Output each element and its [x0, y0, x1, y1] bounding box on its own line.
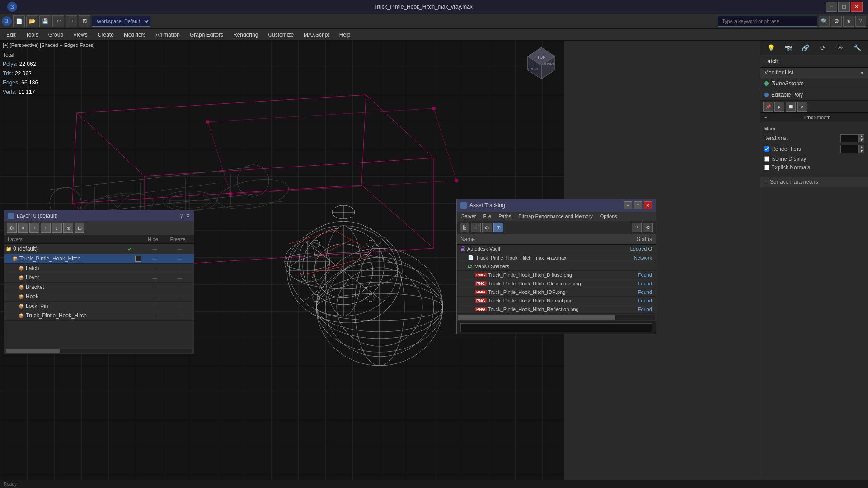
svg-text:TOP: TOP [537, 55, 545, 60]
surface-params-label: Surface Parameters [770, 179, 818, 185]
star-btn[interactable]: ★ [843, 16, 854, 27]
redo-btn[interactable]: ↪ [66, 15, 77, 27]
iterations-input[interactable]: 0 [840, 134, 859, 142]
right-panel: 💡 📷 🔗 ⟳ 👁 🔧 Latch Modifier List ▼ TurboS… [760, 41, 868, 488]
asset-row-maps[interactable]: 🗂 Maps / Shaders [457, 262, 656, 271]
modifier-list-dropdown[interactable]: Modifier List ▼ [760, 68, 868, 78]
layer-panel-help[interactable]: ? [180, 213, 183, 219]
menu-customize[interactable]: Customize [263, 30, 298, 40]
asset-btn-4[interactable]: ⊞ [493, 223, 503, 232]
menu-modifiers[interactable]: Modifiers [119, 30, 150, 40]
asset-help-btn[interactable]: ? [632, 223, 642, 232]
render-preview-btn[interactable]: 🖼 [79, 15, 90, 27]
isoline-checkbox[interactable] [764, 156, 769, 162]
render-iters-checkbox[interactable] [764, 146, 769, 152]
menu-views[interactable]: Views [69, 30, 92, 40]
search-icon-btn[interactable]: 🔍 [819, 16, 830, 27]
turbosmooth-section-header[interactable]: − TurboSmooth [760, 113, 868, 122]
asset-btn-1[interactable]: 🗄 [460, 223, 469, 232]
show-result-btn[interactable]: ▶ [774, 102, 784, 112]
layer-scrollbar[interactable] [6, 349, 60, 353]
asset-menu-bitmap[interactable]: Bitmap Performance and Memory [517, 213, 593, 220]
rp-icon-util[interactable]: 🔧 [852, 42, 863, 53]
menu-animation[interactable]: Animation [151, 30, 184, 40]
layer-flatten-btn[interactable]: ⊞ [75, 223, 84, 233]
asset-menu-paths[interactable]: Paths [497, 213, 512, 220]
asset-menu-file[interactable]: File [482, 213, 492, 220]
layer-settings-btn[interactable]: ⚙ [7, 223, 17, 233]
rp-icon-motion[interactable]: ⟳ [817, 42, 828, 53]
render-iters-input[interactable]: 2 [840, 145, 859, 153]
layer-row-lever[interactable]: 📦 Lever — — [4, 273, 194, 283]
layer-move-down-btn[interactable]: ↓ [52, 223, 62, 233]
render-iters-label: Render Iters: [771, 146, 802, 152]
asset-gear-btn[interactable]: ⚙ [643, 223, 653, 232]
modifier-turbosmooth[interactable]: TurboSmooth [760, 78, 868, 89]
open-btn[interactable]: 📂 [26, 15, 38, 27]
asset-row-ior[interactable]: PNG Truck_Pintle_Hook_Hitch_IOR.png Foun… [457, 288, 656, 297]
layer-merge-btn[interactable]: ⊕ [63, 223, 73, 233]
surface-params-header[interactable]: − Surface Parameters [760, 177, 868, 187]
menu-maxscript[interactable]: MAXScript [299, 30, 334, 40]
minimize-btn[interactable]: − [826, 2, 837, 12]
render-iters-down[interactable]: ▼ [859, 149, 864, 153]
iterations-up[interactable]: ▲ [859, 134, 864, 138]
workspace-selector[interactable]: Workspace: Default [92, 16, 150, 27]
asset-row-reflection[interactable]: PNG Truck_Pintle_Hook_Hitch_Reflection.p… [457, 305, 656, 314]
layer-add-btn[interactable]: + [29, 223, 39, 233]
options-btn[interactable]: ⚙ [831, 16, 842, 27]
menu-tools[interactable]: Tools [21, 30, 43, 40]
undo-btn[interactable]: ↩ [52, 15, 64, 27]
layer-move-up-btn[interactable]: ↑ [41, 223, 51, 233]
asset-row-vault[interactable]: 🏛 Autodesk Vault Logged O [457, 245, 656, 253]
layer-delete-btn[interactable]: ✕ [18, 223, 28, 233]
maximize-btn[interactable]: □ [838, 2, 850, 12]
pin-stack-btn[interactable]: 📌 [763, 102, 773, 112]
asset-panel-maximize[interactable]: □ [634, 201, 642, 209]
layer-row-lockpin[interactable]: 📦 Lock_Pin — — [4, 302, 194, 311]
render-iters-up[interactable]: ▲ [859, 145, 864, 149]
asset-panel-close[interactable]: ✕ [644, 201, 652, 209]
new-btn[interactable]: 📄 [13, 15, 25, 27]
iterations-down[interactable]: ▼ [859, 138, 864, 142]
help-btn[interactable]: ? [855, 16, 866, 27]
asset-btn-2[interactable]: ☰ [471, 223, 481, 232]
asset-menu-server[interactable]: Server [460, 213, 477, 220]
menu-help[interactable]: Help [335, 30, 355, 40]
close-btn[interactable]: ✕ [851, 2, 863, 12]
menu-group[interactable]: Group [44, 30, 68, 40]
layer-row-truck[interactable]: 📦 Truck_Pintle_Hook_Hitch — — [4, 254, 194, 264]
search-input[interactable] [718, 16, 817, 27]
asset-panel-minimize[interactable]: − [624, 201, 632, 209]
remove-modifier-btn[interactable]: ✕ [797, 102, 807, 112]
layer-row-bracket[interactable]: 📦 Bracket — — [4, 283, 194, 292]
asset-row-normal[interactable]: PNG Truck_Pintle_Hook_Hitch_Normal.png F… [457, 297, 656, 305]
menu-edit[interactable]: Edit [2, 30, 20, 40]
make-unique-btn[interactable]: 🔲 [786, 102, 796, 112]
rp-icon-hierarchy[interactable]: 🔗 [800, 42, 811, 53]
modifier-editpoly[interactable]: Editable Poly [760, 89, 868, 101]
asset-scrollbar[interactable] [458, 315, 615, 320]
layer-row-hook[interactable]: 📦 Hook — — [4, 292, 194, 302]
explicit-normals-checkbox[interactable] [764, 165, 769, 170]
menu-graph-editors[interactable]: Graph Editors [185, 30, 228, 40]
layer-row-default[interactable]: 📁 0 (default) ✓ — — [4, 244, 194, 254]
asset-row-diffuse[interactable]: PNG Truck_Pintle_Hook_Hitch_Diffuse.png … [457, 271, 656, 279]
modifier-list-arrow: ▼ [860, 70, 864, 75]
rp-icon-camera[interactable]: 📷 [783, 42, 793, 53]
asset-btn-3[interactable]: 🗂 [482, 223, 492, 232]
rp-icon-light[interactable]: 💡 [765, 42, 776, 53]
asset-menu-options[interactable]: Options [599, 213, 618, 220]
asset-panel-icon [460, 202, 467, 209]
asset-row-glossiness[interactable]: PNG Truck_Pintle_Hook_Hitch_Glossiness.p… [457, 279, 656, 288]
asset-row-maxfile[interactable]: 📄 Truck_Pintle_Hook_Hitch_max_vray.max N… [457, 253, 656, 262]
rp-icon-display[interactable]: 👁 [835, 42, 845, 53]
save-btn[interactable]: 💾 [39, 15, 51, 27]
nav-cube[interactable]: TOP RIGHT FRONT [523, 45, 559, 81]
layer-panel-close[interactable]: ✕ [186, 213, 190, 219]
layer-row-truck2[interactable]: 📦 Truck_Pintle_Hook_Hitch — — [4, 311, 194, 321]
asset-path-input[interactable] [460, 323, 652, 332]
menu-create[interactable]: Create [93, 30, 118, 40]
menu-rendering[interactable]: Rendering [229, 30, 263, 40]
layer-row-latch[interactable]: 📦 Latch — — [4, 264, 194, 273]
